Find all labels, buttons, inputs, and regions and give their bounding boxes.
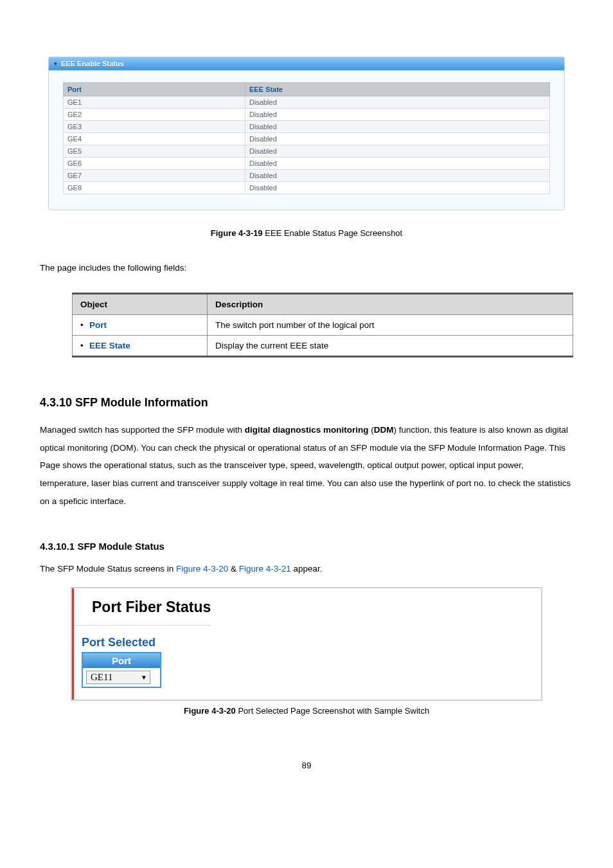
eee-panel-title: EEE Enable Status <box>61 60 124 68</box>
eee-status-panel: ▾ EEE Enable Status Port EEE State GE1Di… <box>48 57 565 210</box>
eee-status-table: Port EEE State GE1Disabled GE2Disabled G… <box>63 82 550 194</box>
chevron-down-icon: ▼ <box>141 674 147 681</box>
object-description-table: Object Description •Port The switch port… <box>72 293 573 357</box>
chevron-down-icon: ▾ <box>54 60 57 67</box>
obj-head-object: Object <box>73 293 208 314</box>
eee-panel-header[interactable]: ▾ EEE Enable Status <box>49 57 564 71</box>
table-row: •EEE State Display the current EEE state <box>73 335 573 356</box>
table-row: GE7Disabled <box>64 170 550 182</box>
table-row: GE6Disabled <box>64 158 550 170</box>
table-row: GE8Disabled <box>64 182 550 194</box>
port-box-header: Port <box>83 653 160 668</box>
obj-head-description: Description <box>208 293 573 314</box>
page-number: 89 <box>0 761 613 770</box>
table-row: •Port The switch port number of the logi… <box>73 314 573 335</box>
intro-line: The page includes the following fields: <box>40 262 573 275</box>
table-row: GE3Disabled <box>64 121 550 133</box>
fiber-panel-title: Port Fiber Status <box>74 597 211 626</box>
table-row: GE1Disabled <box>64 96 550 109</box>
table-row: GE2Disabled <box>64 109 550 121</box>
port-selected-label: Port Selected <box>82 636 541 649</box>
section-paragraph: Managed switch has supported the SFP mod… <box>40 421 573 510</box>
figure-caption-2: Figure 4-3-20 Port Selected Page Screens… <box>0 706 613 716</box>
port-fiber-status-panel: Port Fiber Status Port Selected Port GE1… <box>71 587 542 701</box>
port-select[interactable]: GE11 ▼ <box>86 671 150 684</box>
table-row: GE5Disabled <box>64 145 550 158</box>
figure-caption-1: Figure 4-3-19 EEE Enable Status Page Scr… <box>0 228 613 238</box>
port-select-value: GE11 <box>91 672 112 683</box>
port-select-box: Port GE11 ▼ <box>82 652 161 688</box>
figure-link-4-3-20[interactable]: Figure 4-3-20 <box>176 564 228 574</box>
col-port-header: Port <box>64 83 245 96</box>
figure-link-4-3-21[interactable]: Figure 4-3-21 <box>239 564 291 574</box>
section-heading: 4.3.10 SFP Module Information <box>40 396 573 410</box>
subsection-heading: 4.3.10.1 SFP Module Status <box>40 541 573 552</box>
col-state-header: EEE State <box>245 83 550 96</box>
subsection-line: The SFP Module Status screens in Figure … <box>40 563 573 575</box>
table-row: GE4Disabled <box>64 133 550 145</box>
